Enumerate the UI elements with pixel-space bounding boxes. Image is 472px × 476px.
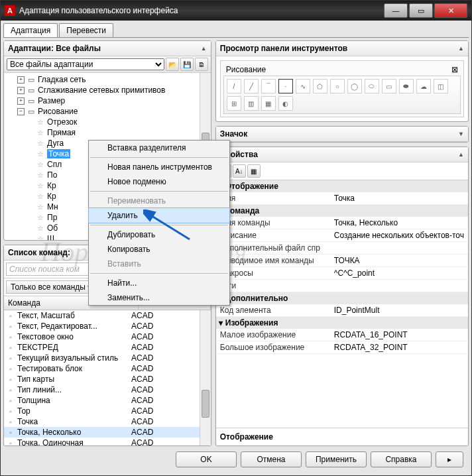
- command-row[interactable]: ▫ТочкаACAD: [4, 416, 211, 427]
- tool-icon[interactable]: ▦: [261, 96, 276, 111]
- tool-icon[interactable]: ⬬: [399, 79, 414, 93]
- close-preview-icon[interactable]: ⊠: [451, 65, 458, 74]
- dialog-footer: OK Отмена Применить Справка ▸: [3, 446, 469, 473]
- tool-icon[interactable]: ☁: [416, 79, 431, 93]
- preview-toolbar: / ╱ ⌒ · ∿ ⬠ ○ ◯ ⬭ ▭ ⬬ ☁ ◫ ⊞ ▥ ▦ ◐: [223, 76, 461, 114]
- command-row[interactable]: ▫ТорACAD: [4, 406, 211, 416]
- command-row[interactable]: ▫Текст, МасштабACAD: [4, 310, 211, 321]
- save-icon[interactable]: 💾: [180, 58, 194, 71]
- menu-new-toolbar[interactable]: Новая панель инструментов: [89, 160, 229, 174]
- command-row[interactable]: ▫ТолщинаACAD: [4, 395, 211, 406]
- context-menu: Вставка разделителя Новая панель инструм…: [88, 140, 230, 306]
- tab-adapt[interactable]: Адаптация: [3, 23, 58, 37]
- help-button[interactable]: Справка: [371, 451, 432, 467]
- tool-icon[interactable]: ▭: [382, 79, 396, 93]
- expand-icon[interactable]: +: [17, 97, 25, 105]
- command-row[interactable]: ▫Точка, ОдиночнаяACAD: [4, 438, 211, 446]
- menu-find[interactable]: Найти...: [89, 276, 229, 290]
- icon-section-title: Значок: [220, 129, 247, 139]
- apply-button[interactable]: Применить: [306, 451, 367, 467]
- collapse-icon[interactable]: ▲: [458, 151, 464, 158]
- grid-scrollbar[interactable]: [200, 310, 211, 446]
- preview-title: Просмотр панели инструментов: [220, 44, 347, 53]
- menu-insert-separator[interactable]: Вставка разделителя: [89, 141, 229, 155]
- tool-icon[interactable]: ⌒: [261, 79, 276, 93]
- menu-paste: Вставить: [89, 257, 229, 271]
- menu-duplicate[interactable]: Дублировать: [89, 227, 229, 242]
- expand-button[interactable]: ▸: [436, 451, 463, 467]
- command-row[interactable]: ▫Текст, Редактироват...ACAD: [4, 321, 211, 331]
- preview-group: Рисование: [226, 65, 266, 74]
- command-row[interactable]: ▫Тип картыACAD: [4, 374, 211, 385]
- app-icon: A: [5, 5, 15, 16]
- tab-translate[interactable]: Перевести: [59, 23, 113, 37]
- menu-new-submenu[interactable]: Новое подменю: [89, 174, 229, 189]
- open-icon[interactable]: 📂: [166, 58, 179, 71]
- ok-button[interactable]: OK: [176, 451, 237, 467]
- command-row[interactable]: ▫Текстовое окноACAD: [4, 331, 211, 342]
- maximize-button[interactable]: ▭: [409, 3, 433, 18]
- save-all-icon[interactable]: 🗎: [195, 58, 208, 71]
- adaptations-dropdown[interactable]: Все файлы адаптации: [7, 58, 164, 70]
- command-row[interactable]: ▫Текущий визуальный стильACAD: [4, 353, 211, 363]
- command-row[interactable]: ▫Точка, НесколькоACAD: [4, 427, 211, 438]
- collapse-icon[interactable]: ▲: [458, 45, 464, 52]
- tool-icon[interactable]: ╱: [244, 79, 259, 93]
- menu-replace[interactable]: Заменить...: [89, 290, 229, 305]
- tool-point-icon[interactable]: ·: [278, 79, 293, 93]
- menu-delete[interactable]: Удалить: [88, 208, 230, 223]
- property-grid[interactable]: ▾Отображение ИмяТочка ▾Команда Имя коман…: [216, 180, 468, 428]
- expand-icon[interactable]: ▼: [458, 131, 464, 137]
- alphabetical-icon[interactable]: A↓: [233, 164, 246, 178]
- menu-copy[interactable]: Копировать: [89, 242, 229, 257]
- filter-dropdown[interactable]: Только все команды ▾: [6, 280, 96, 294]
- tool-icon[interactable]: ◫: [434, 79, 448, 93]
- titlebar: A Адаптация пользовательского интерфейса…: [1, 1, 471, 21]
- command-row[interactable]: ▫Тестировать блокACAD: [4, 363, 211, 374]
- minimize-button[interactable]: —: [384, 3, 408, 18]
- tool-icon[interactable]: ⬠: [313, 79, 327, 93]
- tool-icon[interactable]: ◐: [278, 96, 293, 111]
- collapse-icon[interactable]: ▲: [201, 45, 207, 52]
- collapse-icon[interactable]: −: [17, 108, 25, 115]
- props-footer: Отображение: [216, 428, 468, 446]
- command-row[interactable]: ▫Тип линий...ACAD: [4, 385, 211, 395]
- tab-bar: Адаптация Перевести: [3, 23, 469, 38]
- expand-icon[interactable]: +: [17, 76, 25, 84]
- tool-icon[interactable]: ▥: [244, 96, 259, 111]
- commands-title: Список команд:: [8, 248, 70, 257]
- cancel-button[interactable]: Отмена: [241, 451, 302, 467]
- close-button[interactable]: ✕: [434, 3, 467, 18]
- selected-tree-item[interactable]: Точка: [47, 149, 70, 158]
- window-title: Адаптация пользовательского интерфейса: [19, 6, 383, 15]
- tool-icon[interactable]: ∿: [296, 79, 310, 93]
- expand-icon[interactable]: +: [17, 87, 25, 94]
- commands-grid[interactable]: ▫Текст, МасштабACAD▫Текст, Редактироват.…: [4, 310, 211, 446]
- menu-rename: Переименовать: [89, 194, 229, 208]
- tool-icon[interactable]: ○: [330, 79, 345, 93]
- adaptations-title: Адаптации: Все файлы: [8, 44, 101, 53]
- command-row[interactable]: ▫ТЕКСТРЕДACAD: [4, 342, 211, 353]
- tool-icon[interactable]: /: [227, 79, 241, 93]
- tool-icon[interactable]: ⊞: [227, 96, 241, 111]
- tool-icon[interactable]: ⬭: [365, 79, 379, 93]
- tool-icon[interactable]: ◯: [347, 79, 362, 93]
- props-icon[interactable]: ▦: [247, 164, 261, 178]
